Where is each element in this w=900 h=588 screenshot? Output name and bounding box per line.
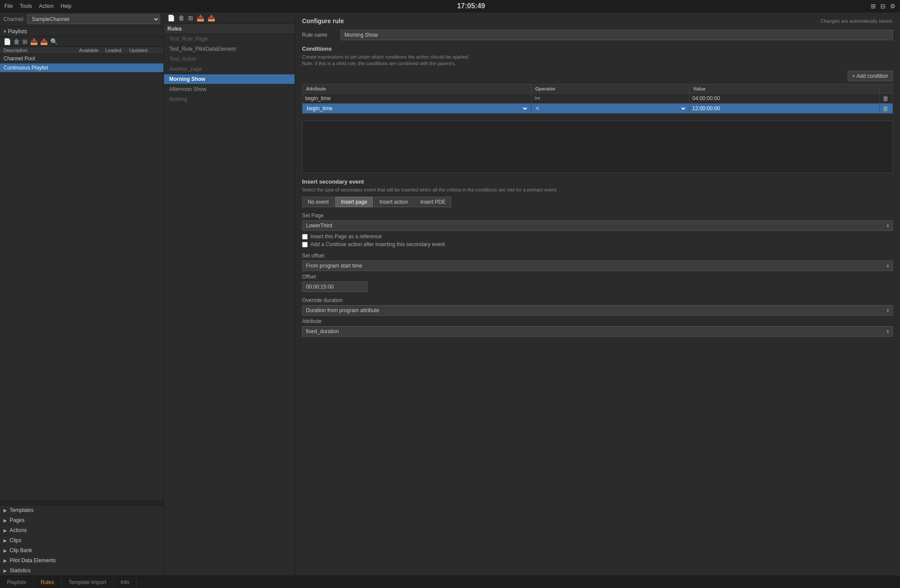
tab-rules[interactable]: Rules — [34, 577, 62, 588]
no-event-button[interactable]: No event — [302, 197, 334, 207]
playlists-header[interactable]: ▾ Playlists — [0, 27, 163, 37]
delete-icon[interactable]: 🗑 — [14, 38, 20, 45]
settings-icon[interactable]: ⚙ — [890, 3, 896, 10]
rule-item[interactable]: Afternoon Show — [164, 84, 295, 94]
sidebar-item-statistics[interactable]: ▶ Statistics — [0, 566, 163, 576]
conditions-table: Attribute Operator Value begin_time >= 0… — [302, 84, 893, 114]
menu-action[interactable]: Action — [39, 3, 53, 9]
menu-help[interactable]: Help — [61, 3, 72, 9]
monitor-icon[interactable]: ⊞ — [871, 3, 876, 10]
network-icon[interactable]: ⊟ — [880, 3, 886, 10]
override-duration-label: Override duration — [302, 297, 893, 303]
tab-info[interactable]: Info — [114, 577, 137, 588]
menu-tools[interactable]: Tools — [20, 3, 32, 9]
playlist-list: Channel Pool Continuous Playlist — [0, 54, 163, 501]
list-item[interactable]: Continuous Playlist — [0, 63, 163, 73]
pages-arrow-icon: ▶ — [3, 518, 7, 523]
sidebar-item-actions[interactable]: ▶ Actions — [0, 525, 163, 536]
add-rule-icon[interactable]: 📄 — [167, 14, 175, 21]
sidebar-item-clipbank[interactable]: ▶ Clip Bank — [0, 546, 163, 556]
checkbox-continue-row: Add a Continue action after inserting th… — [302, 241, 893, 247]
sidebar-item-pages[interactable]: ▶ Pages — [0, 515, 163, 525]
offset-input[interactable] — [302, 282, 368, 292]
condition-value-cell: 12:00:00:00 — [689, 103, 879, 113]
override-duration-section: Override duration Duration from program … — [302, 297, 893, 337]
checkbox-reference-label: Insert this Page as a reference — [310, 233, 382, 240]
channel-row: Channel: SampleChannel — [0, 12, 163, 27]
sidebar-item-pilotdata[interactable]: ▶ Pilot Data Elements — [0, 556, 163, 566]
statistics-label: Statistics — [10, 567, 31, 574]
table-row: begin_time < 12:00:00:00 🗑 — [302, 103, 893, 113]
attribute-select[interactable]: fixed_duration — [302, 326, 893, 337]
channel-select[interactable]: SampleChannel — [27, 14, 160, 24]
pilotdata-label: Pilot Data Elements — [10, 557, 56, 564]
rule-item[interactable]: Another_page — [164, 64, 295, 74]
rule-name-input[interactable] — [341, 30, 893, 40]
sidebar-item-clips[interactable]: ▶ Clips — [0, 536, 163, 546]
left-panel: Channel: SampleChannel ▾ Playlists 📄 🗑 ⊞… — [0, 12, 164, 576]
clips-label: Clips — [10, 537, 21, 543]
rule-item[interactable]: Test_Rule_PilotDataElement — [164, 44, 295, 54]
horizontal-scrollbar[interactable] — [0, 501, 163, 505]
condition-op: >= — [532, 93, 690, 103]
list-item[interactable]: Channel Pool — [0, 54, 163, 63]
tab-template-import[interactable]: Template Import — [62, 577, 114, 588]
tab-playlists[interactable]: Playlists — [0, 577, 34, 588]
expand-icon[interactable]: ⊞ — [22, 38, 28, 45]
configure-title: Configure rule — [302, 17, 344, 24]
actions-label: Actions — [10, 527, 27, 533]
delete-rule-icon[interactable]: 🗑 — [178, 14, 184, 21]
export-rule-icon[interactable]: 📤 — [208, 14, 215, 21]
add-condition-button[interactable]: + Add condition — [848, 71, 893, 81]
insert-page-button[interactable]: Insert page — [335, 197, 373, 207]
playlists-arrow-icon: ▾ — [3, 28, 6, 35]
col-updated-header: Updated — [129, 48, 160, 53]
delete-condition-icon[interactable]: 🗑 — [883, 95, 889, 102]
condition-op-select[interactable]: < — [534, 105, 687, 112]
table-row: begin_time >= 04:00:00:00 🗑 — [302, 93, 893, 103]
clips-arrow-icon: ▶ — [3, 538, 7, 543]
bottom-tabs: Playlists Rules Template Import Info — [0, 576, 900, 588]
search-icon[interactable]: 🔍 — [50, 38, 58, 45]
menu-file[interactable]: File — [4, 3, 13, 9]
insert-desc: Select the type of secondary event that … — [302, 187, 893, 193]
checkbox-reference[interactable] — [302, 234, 308, 240]
set-page-select[interactable]: LowerThird — [302, 220, 893, 231]
empty-conditions-area — [302, 121, 893, 173]
override-duration-select[interactable]: Duration from program attribute — [302, 305, 893, 316]
middle-panel: 📄 🗑 ⊞ 📥 📤 Rules Test_Rule_Page Test_Rule… — [164, 12, 295, 576]
rule-item-morning-show[interactable]: Morning Show — [164, 74, 295, 84]
checkbox-continue-label: Add a Continue action after inserting th… — [310, 241, 445, 247]
set-page-section: Set Page LowerThird Insert this Page as … — [302, 212, 893, 247]
new-icon[interactable]: 📄 — [3, 38, 11, 45]
rule-item[interactable]: Test_Rule_Page — [164, 34, 295, 44]
rule-item[interactable]: Nothing — [164, 94, 295, 104]
top-right-icons: ⊞ ⊟ ⚙ — [871, 3, 896, 10]
export-icon[interactable]: 📤 — [40, 38, 48, 45]
insert-action-button[interactable]: Insert action — [374, 197, 414, 207]
add-condition-area: + Add condition — [302, 71, 893, 81]
condition-delete-cell2: 🗑 — [880, 103, 893, 113]
delete-condition2-icon[interactable]: 🗑 — [883, 105, 889, 112]
set-offset-label: Set offset — [302, 253, 893, 259]
offset-type-select[interactable]: From program start time — [302, 261, 893, 271]
rule-item[interactable]: Test_Action — [164, 54, 295, 64]
condition-delete-cell: 🗑 — [880, 93, 893, 103]
import-icon[interactable]: 📥 — [30, 38, 38, 45]
condition-attr-select[interactable]: begin_time — [305, 105, 528, 112]
top-bar: File Tools Action Help 17:05:49 ⊞ ⊟ ⚙ — [0, 0, 900, 12]
expand-rules-icon[interactable]: ⊞ — [188, 14, 193, 21]
sidebar-item-templates[interactable]: ▶ Templates — [0, 505, 163, 515]
actions-arrow-icon: ▶ — [3, 528, 7, 533]
offset-type-select-wrapper: From program start time — [302, 261, 893, 271]
templates-arrow-icon: ▶ — [3, 508, 7, 513]
checkbox-continue[interactable] — [302, 242, 308, 247]
condition-attr-select-cell: begin_time — [302, 103, 532, 113]
insert-pde-button[interactable]: Insert PDE — [414, 197, 451, 207]
set-page-select-wrapper: LowerThird — [302, 220, 893, 231]
import-rule-icon[interactable]: 📥 — [197, 14, 204, 21]
attr-header: Attribute — [302, 84, 532, 93]
side-nav: ▶ Templates ▶ Pages ▶ Actions ▶ Clips ▶ … — [0, 505, 163, 576]
rule-name-label: Rule name — [302, 32, 337, 38]
clock: 17:05:49 — [457, 2, 485, 10]
